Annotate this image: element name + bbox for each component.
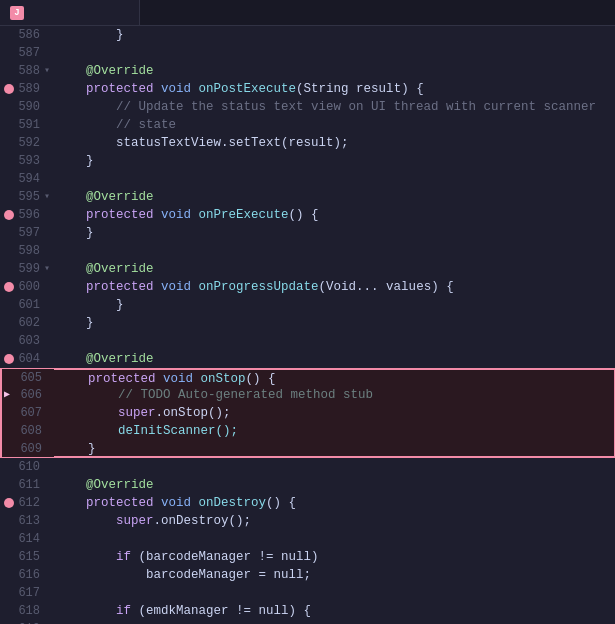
line-number: 617: [0, 584, 52, 602]
code-line: 591 // state: [0, 116, 615, 134]
code-line: 614: [0, 530, 615, 548]
line-number: 603: [0, 332, 52, 350]
breakpoint-marker: [4, 282, 14, 292]
line-number: 589: [0, 80, 52, 98]
line-content: @Override: [52, 260, 615, 278]
breakpoint-marker: [4, 498, 14, 508]
line-content: @Override: [52, 350, 615, 368]
line-content: super.onDestroy();: [52, 512, 615, 530]
code-line: 592 statusTextView.setText(result);: [0, 134, 615, 152]
line-content: }: [52, 314, 615, 332]
line-content: @Override: [52, 476, 615, 494]
code-line: 618 if (emdkManager != null) {: [0, 602, 615, 620]
code-line: 611 @Override: [0, 476, 615, 494]
line-content: // TODO Auto-generated method stub: [54, 386, 615, 404]
line-number: 599▾: [0, 260, 52, 278]
line-number: 605: [2, 369, 54, 386]
code-line: 599▾ @Override: [0, 260, 615, 278]
file-type-icon: J: [10, 6, 24, 20]
code-line: 607 super.onStop();: [0, 404, 615, 422]
code-line: 617: [0, 584, 615, 602]
fold-marker[interactable]: ▾: [44, 260, 50, 278]
line-number: 608: [2, 422, 54, 440]
code-line: 612 protected void onDestroy() {: [0, 494, 615, 512]
code-line: 589 protected void onPostExecute(String …: [0, 80, 615, 98]
line-content: }: [54, 440, 615, 457]
line-number: 610: [0, 458, 52, 476]
line-number: 587: [0, 44, 52, 62]
line-number: 607: [2, 404, 54, 422]
code-line: 606▶ // TODO Auto-generated method stub: [0, 386, 615, 404]
line-content: [52, 242, 615, 260]
fold-marker[interactable]: ▾: [44, 62, 50, 80]
code-line: 609 }: [0, 440, 615, 458]
code-line: 588▾ @Override: [0, 62, 615, 80]
line-number: 602: [0, 314, 52, 332]
line-number: 593: [0, 152, 52, 170]
editor-container: J 586 }587 588▾ @Override589 protected v…: [0, 0, 615, 624]
line-number: 619: [0, 620, 52, 624]
line-number: 600: [0, 278, 52, 296]
line-content: super.onStop();: [54, 404, 615, 422]
line-number: 601: [0, 296, 52, 314]
line-number: 588▾: [0, 62, 52, 80]
file-tab[interactable]: J: [0, 0, 140, 25]
code-line: 608 deInitScanner();: [0, 422, 615, 440]
code-line: 593 }: [0, 152, 615, 170]
code-line: 602 }: [0, 314, 615, 332]
code-line: 603: [0, 332, 615, 350]
line-content: [52, 44, 615, 62]
line-content: protected void onDestroy() {: [52, 494, 615, 512]
line-number: 606▶: [2, 386, 54, 404]
code-line: 619: [0, 620, 615, 624]
breakpoint-marker: [4, 354, 14, 364]
current-line-arrow: ▶: [4, 386, 10, 404]
line-number: 591: [0, 116, 52, 134]
line-content: barcodeManager = null;: [52, 566, 615, 584]
code-line: 601 }: [0, 296, 615, 314]
code-line: 615 if (barcodeManager != null): [0, 548, 615, 566]
line-number: 594: [0, 170, 52, 188]
line-content: }: [52, 26, 615, 44]
code-line: 613 super.onDestroy();: [0, 512, 615, 530]
line-content: protected void onProgressUpdate(Void... …: [52, 278, 615, 296]
line-number: 598: [0, 242, 52, 260]
code-line: 600 protected void onProgressUpdate(Void…: [0, 278, 615, 296]
line-number: 614: [0, 530, 52, 548]
line-content: deInitScanner();: [54, 422, 615, 440]
code-line: 595▾ @Override: [0, 188, 615, 206]
line-number: 613: [0, 512, 52, 530]
line-number: 597: [0, 224, 52, 242]
code-line: 610: [0, 458, 615, 476]
line-number: 590: [0, 98, 52, 116]
code-line: 616 barcodeManager = null;: [0, 566, 615, 584]
code-area: 586 }587 588▾ @Override589 protected voi…: [0, 26, 615, 624]
code-line: 586 }: [0, 26, 615, 44]
line-content: protected void onStop() {: [54, 369, 615, 386]
line-number: 616: [0, 566, 52, 584]
fold-marker[interactable]: ▾: [44, 188, 50, 206]
line-content: if (emdkManager != null) {: [52, 602, 615, 620]
line-content: }: [52, 152, 615, 170]
line-content: if (barcodeManager != null): [52, 548, 615, 566]
line-content: @Override: [52, 188, 615, 206]
line-content: protected void onPreExecute() {: [52, 206, 615, 224]
breakpoint-marker: [4, 84, 14, 94]
code-lines: 586 }587 588▾ @Override589 protected voi…: [0, 26, 615, 624]
line-content: }: [52, 296, 615, 314]
code-line: 587: [0, 44, 615, 62]
line-number: 618: [0, 602, 52, 620]
line-content: }: [52, 224, 615, 242]
code-line: 596 protected void onPreExecute() {: [0, 206, 615, 224]
line-content: statusTextView.setText(result);: [52, 134, 615, 152]
line-content: [52, 332, 615, 350]
code-line: 604 @Override: [0, 350, 615, 368]
line-content: [52, 584, 615, 602]
line-content: protected void onPostExecute(String resu…: [52, 80, 615, 98]
line-number: 586: [0, 26, 52, 44]
line-number: 611: [0, 476, 52, 494]
tab-bar: J: [0, 0, 615, 26]
line-content: [52, 530, 615, 548]
code-line: 594: [0, 170, 615, 188]
line-number: 592: [0, 134, 52, 152]
